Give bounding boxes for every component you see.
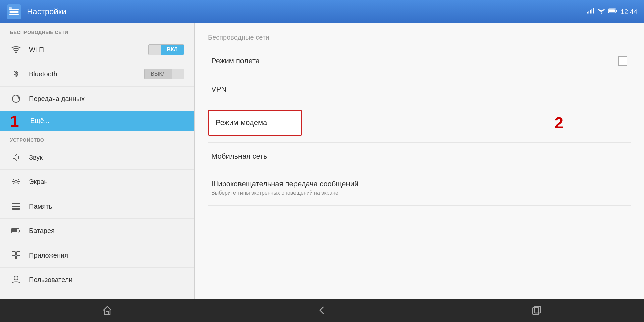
content-item-airplane[interactable]: Режим полета [208, 47, 631, 75]
vpn-label: VPN [211, 85, 627, 94]
users-icon [10, 274, 22, 286]
svg-rect-7 [609, 9, 615, 12]
status-bar: 12:44 [587, 8, 637, 16]
screen-label: Экран [29, 178, 184, 186]
svg-rect-19 [12, 252, 15, 255]
sidebar-item-sound[interactable]: Звук [0, 145, 194, 170]
svg-rect-22 [17, 256, 20, 259]
svg-marker-10 [13, 154, 17, 161]
sidebar-item-more[interactable]: 1 Ещё... [0, 111, 194, 131]
svg-point-23 [14, 276, 18, 280]
content-item-modem[interactable]: Режим модема 2 [208, 103, 631, 143]
data-label: Передача данных [29, 95, 184, 103]
bluetooth-toggle[interactable]: ВЫКЛ [144, 69, 184, 79]
content-title: Беспроводные сети [208, 34, 631, 41]
sound-icon [10, 151, 22, 163]
content-area: Беспроводные сети Режим полета VPN Режим… [195, 23, 644, 299]
apps-label: Приложения [29, 252, 184, 259]
sidebar: БЕСПРОВОДНЫЕ СЕТИ Wi-Fi ВКЛ [0, 23, 195, 299]
svg-rect-17 [19, 230, 20, 232]
svg-rect-21 [12, 256, 15, 259]
nav-home-button[interactable] [97, 300, 117, 320]
nav-back-button[interactable] [312, 300, 332, 320]
users-label: Пользователи [29, 276, 184, 284]
battery-label: Батарея [29, 227, 184, 235]
sidebar-item-power[interactable]: Power management [0, 292, 194, 299]
app-icon [7, 4, 21, 19]
wifi-icon [10, 44, 22, 56]
svg-point-11 [15, 180, 17, 183]
sidebar-item-screen[interactable]: Экран [0, 170, 194, 194]
sidebar-item-memory[interactable]: Память [0, 194, 194, 219]
more-label: Ещё... [10, 117, 184, 125]
broadcast-label: Широковещательная передача сообщений [211, 180, 358, 189]
mobile-label: Мобильная сеть [211, 152, 627, 161]
bottom-nav-bar [0, 299, 644, 322]
annotation-number-1: 1 [10, 112, 19, 130]
airplane-label: Режим полета [211, 57, 618, 65]
section-header-device: УСТРОЙСТВО [0, 131, 194, 145]
wifi-toggle-on[interactable]: ВКЛ [161, 45, 184, 55]
svg-rect-18 [12, 229, 17, 232]
content-item-mobile[interactable]: Мобильная сеть [208, 143, 631, 170]
airplane-checkbox[interactable] [618, 56, 627, 66]
broadcast-sublabel: Выберите типы экстренных оповещений на э… [211, 190, 340, 196]
svg-rect-20 [17, 252, 20, 255]
sound-label: Звук [29, 154, 184, 161]
bluetooth-icon [10, 68, 22, 80]
svg-rect-1 [9, 11, 19, 13]
bluetooth-toggle-off[interactable]: ВЫКЛ [145, 69, 172, 79]
signal-icon [587, 8, 594, 16]
sidebar-item-wifi[interactable]: Wi-Fi ВКЛ [0, 38, 194, 62]
memory-icon [10, 200, 22, 212]
sidebar-item-apps[interactable]: Приложения [0, 243, 194, 268]
svg-point-9 [12, 95, 20, 102]
svg-rect-3 [9, 7, 12, 10]
section-header-wireless: БЕСПРОВОДНЫЕ СЕТИ [0, 23, 194, 38]
nav-recents-button[interactable] [527, 300, 547, 320]
svg-rect-2 [9, 14, 19, 15]
svg-point-8 [15, 52, 17, 53]
data-icon [10, 93, 22, 105]
annotation-number-2: 2 [554, 114, 564, 132]
battery-icon [10, 225, 22, 237]
app-title: Настройки [27, 7, 66, 16]
svg-point-4 [601, 13, 602, 14]
modem-box[interactable]: Режим модема [208, 110, 302, 136]
svg-rect-6 [616, 10, 617, 12]
sidebar-item-users[interactable]: Пользователи [0, 268, 194, 292]
sidebar-item-bluetooth[interactable]: Bluetooth ВЫКЛ [0, 62, 194, 87]
top-bar: Настройки 12:44 [0, 0, 644, 23]
content-item-vpn[interactable]: VPN [208, 75, 631, 103]
wifi-toggle[interactable]: ВКЛ [148, 44, 184, 55]
screen-icon [10, 176, 22, 188]
sidebar-item-data[interactable]: Передача данных [0, 87, 194, 111]
sidebar-item-battery[interactable]: Батарея [0, 219, 194, 243]
modem-label: Режим модема [216, 118, 267, 127]
content-item-broadcast[interactable]: Широковещательная передача сообщений Выб… [208, 170, 631, 206]
memory-label: Память [29, 203, 184, 210]
wifi-status-icon [598, 8, 605, 16]
apps-icon [10, 249, 22, 261]
main-layout: БЕСПРОВОДНЫЕ СЕТИ Wi-Fi ВКЛ [0, 23, 644, 299]
wifi-label: Wi-Fi [29, 46, 148, 54]
bluetooth-label: Bluetooth [29, 70, 144, 78]
battery-status-icon [608, 8, 617, 15]
clock: 12:44 [621, 8, 637, 16]
